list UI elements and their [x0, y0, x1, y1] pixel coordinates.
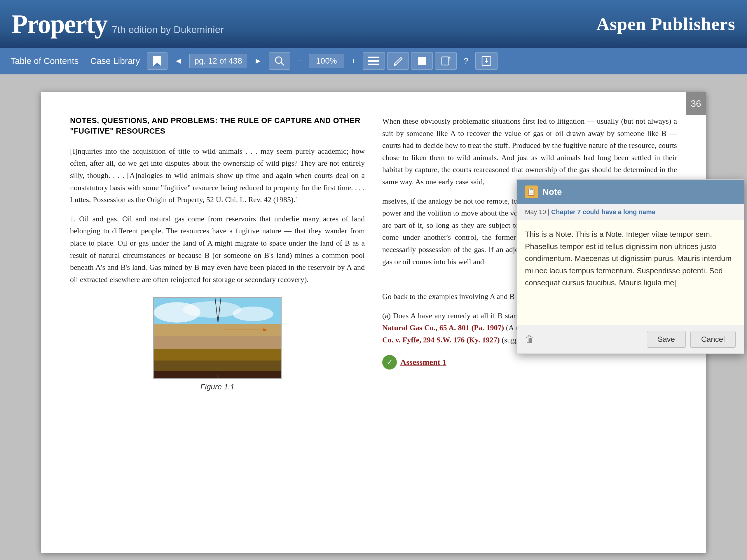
zoom-in-button[interactable]: +: [346, 54, 360, 68]
svg-rect-6: [368, 63, 379, 65]
svg-line-3: [281, 62, 284, 65]
toc-button[interactable]: Table of Contents: [6, 54, 83, 68]
zoom-out-button[interactable]: −: [292, 54, 306, 68]
publisher-name: Aspen Publishers: [596, 14, 735, 34]
note-meta: May 10 | Chapter 7 could have a long nam…: [517, 204, 744, 220]
note-dialog-title: Note: [542, 187, 562, 197]
next-page-button[interactable]: ►: [250, 54, 267, 68]
note-date: May 10: [525, 208, 546, 216]
book-title-group: Property 7th edition by Dukeminier: [12, 9, 224, 39]
view-mode-button[interactable]: [363, 52, 385, 70]
book-title-sub: 7th edition by Dukeminier: [112, 24, 224, 35]
case-library-button[interactable]: Case Library: [85, 54, 145, 68]
save-button[interactable]: Save: [647, 331, 686, 348]
search-button[interactable]: [269, 52, 290, 70]
prev-page-button[interactable]: ◄: [170, 54, 187, 68]
delete-note-button[interactable]: 🗑: [525, 334, 534, 344]
edit-button[interactable]: [387, 52, 409, 70]
highlight-button[interactable]: [411, 52, 433, 70]
svg-point-24: [233, 306, 274, 321]
note-dialog: 📋 Note May 10 | Chapter 7 could have a l…: [516, 179, 744, 354]
figure-image: [153, 297, 282, 379]
svg-point-2: [276, 57, 282, 63]
main-content: ◄ 36 NOTES, QUESTIONS, AND PROBLEMS: THE…: [0, 74, 747, 560]
note-footer: 🗑 Save Cancel: [517, 325, 744, 353]
bookmark-icon-button[interactable]: [147, 52, 168, 70]
figure-caption: Figure 1.1: [200, 382, 234, 392]
note-body[interactable]: This is a Note. This is a Note. Integer …: [517, 220, 744, 325]
note-chapter: Chapter 7 could have a long name: [551, 208, 655, 216]
zoom-level-display: 100%: [309, 54, 344, 68]
note-dialog-header: 📋 Note: [517, 180, 744, 204]
page-display: pg. 12 of 438: [189, 54, 247, 68]
note-body-text: This is a Note. This is a Note. Integer …: [525, 229, 736, 289]
cancel-button[interactable]: Cancel: [690, 331, 736, 348]
page-number: 36: [686, 92, 706, 115]
figure-container: Figure 1.1: [70, 297, 365, 392]
app-header: Property 7th edition by Dukeminier Aspen…: [0, 0, 747, 48]
svg-rect-10: [442, 57, 449, 65]
book-title-main: Property: [12, 9, 107, 39]
svg-rect-9: [418, 57, 426, 65]
note-dialog-overlay: 📋 Note May 10 | Chapter 7 could have a l…: [382, 115, 677, 529]
toolbar: Table of Contents Case Library ◄ pg. 12 …: [0, 48, 747, 74]
svg-rect-5: [368, 60, 379, 62]
note-footer-left: 🗑: [525, 334, 642, 345]
page-container: 36 NOTES, QUESTIONS, AND PROBLEMS: THE R…: [41, 92, 706, 553]
svg-rect-4: [368, 57, 379, 58]
download-button[interactable]: [475, 52, 497, 70]
svg-point-23: [183, 301, 241, 318]
section-title: NOTES, QUESTIONS, AND PROBLEMS: THE RULE…: [70, 115, 365, 136]
note-button[interactable]: [435, 52, 457, 70]
left-para-2: 1. Oil and gas. Oil and natural gas come…: [70, 213, 365, 286]
note-icon: 📋: [525, 186, 538, 198]
left-para-1: [I]nquiries into the acquisition of titl…: [70, 145, 365, 206]
help-button[interactable]: ?: [459, 54, 473, 68]
right-column: When these obviously problematic situati…: [382, 115, 677, 529]
left-column: NOTES, QUESTIONS, AND PROBLEMS: THE RULE…: [70, 115, 365, 529]
